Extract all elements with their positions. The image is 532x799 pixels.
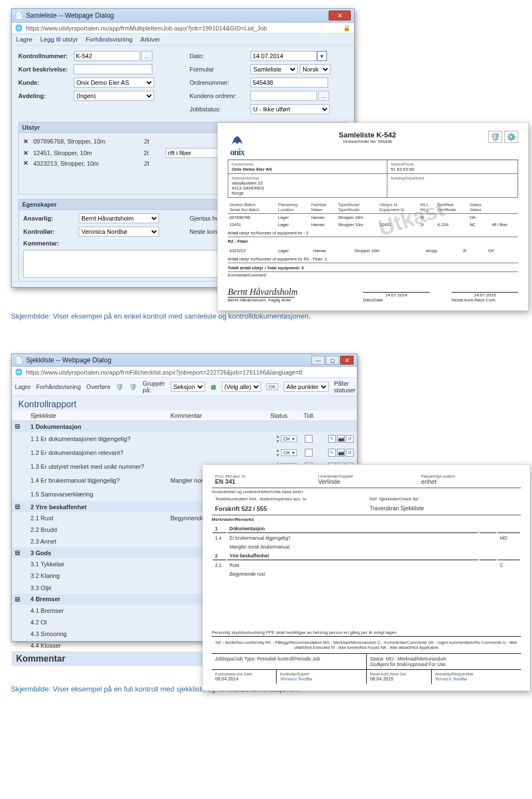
toolbar-legg-til[interactable]: Legg til utstyr: [40, 36, 78, 43]
toolbar-lagre[interactable]: Lagre: [15, 383, 30, 390]
undo-icon[interactable]: ↺: [346, 449, 354, 457]
report-subtotal-1: Antall utstyr for/Number of equipment fo…: [228, 229, 518, 237]
report-group: R2 - Fiber: [228, 239, 518, 244]
onix-logo-footer: onix: [17, 793, 41, 799]
grupper-label: Gruppér på:: [142, 380, 165, 393]
r2-supplier: Verlinde: [318, 478, 340, 485]
r2-checklist-ref: Traverskran Sjekkliste: [366, 504, 521, 513]
ok-pill[interactable]: OK: [267, 383, 278, 390]
r2-location: enhet: [421, 478, 437, 485]
report-table: Serienr./Batch Serial No/ Batch Plasseri…: [228, 201, 518, 228]
ansvarlig-select[interactable]: Bernt Håvardsholm: [79, 213, 159, 223]
formular-select[interactable]: Samleliste: [250, 64, 298, 74]
dato-picker[interactable]: ▾: [317, 51, 327, 61]
shield-icon-green[interactable]: 🛡️: [116, 383, 124, 391]
kortbeskr-input[interactable]: [74, 64, 152, 74]
report-sub: Ordrenr/Order No: 545438: [257, 139, 478, 144]
app-icon: 📄: [15, 356, 23, 364]
dialog-toolbar: Lagre Legg til utstyr Forhåndsvisning Ar…: [12, 34, 354, 45]
edit-icon[interactable]: ✎: [328, 435, 336, 443]
report-phone: 51 63 93 60: [391, 167, 414, 172]
r2-jobtype: Periodisk kontroll/Periodic Job: [257, 656, 320, 662]
kundeordre-lookup[interactable]: …: [318, 91, 329, 101]
ordrenum-input[interactable]: [250, 78, 328, 88]
r2-line1: Hovedenhet og underenheter/Units have be…: [212, 488, 521, 495]
kunde-label: Kunde:: [18, 79, 74, 86]
ordrenum-label: Ordrenummer:: [190, 79, 250, 86]
report-owner: Onix Demo Eier AS: [232, 167, 272, 172]
minimize-button[interactable]: —: [311, 356, 325, 365]
edit-icon[interactable]: ✎: [328, 449, 336, 457]
report-next-date: 14.07.2015: [452, 292, 518, 298]
ansvarlig-label: Ansvarlig:: [23, 215, 79, 222]
formular-lang-select[interactable]: Norsk: [300, 64, 330, 74]
shield-icon-red[interactable]: 🛡️: [129, 383, 137, 391]
r2-legend: NC - Avvik/Non-conformity RC - Pålegg/Re…: [212, 637, 521, 653]
gruppér-select[interactable]: Seksjon: [171, 382, 205, 392]
r2-prod: EN 341: [215, 478, 236, 485]
kunde-select[interactable]: Onix Demo Eier AS: [74, 78, 154, 88]
r2-forskrift: Forskrift 522 / 555: [212, 504, 366, 513]
samleliste-report: Utkast onix Samleliste K-542 Ordrenr/Ord…: [217, 122, 529, 311]
report-subtotal-2: Antall utstyr for/Number of equipment fo…: [228, 255, 518, 263]
r2-next-date: 08.04.2015: [370, 676, 394, 682]
kortbeskr-label: Kort beskrivelse:: [18, 66, 74, 73]
delete-icon[interactable]: ✕: [23, 138, 30, 145]
dialog-title: Sjekkliste -- Webpage Dialog: [26, 356, 311, 364]
camera-icon[interactable]: 📷: [337, 449, 345, 457]
kontrollor-label: Kontrollør:: [23, 228, 79, 235]
delete-icon[interactable]: ✕: [23, 150, 30, 157]
toolbar-forhands[interactable]: Forhåndsvisning: [36, 383, 81, 390]
dato-label: Dato:: [190, 53, 250, 59]
kundeordre-label: Kundens ordrenr:: [190, 93, 250, 99]
undo-icon[interactable]: ↺: [346, 435, 354, 443]
toolbar-lagre[interactable]: Lagre: [16, 36, 32, 43]
tidl-checkbox[interactable]: [305, 435, 313, 443]
url-text: https://www.utstyrsportalen.no/app/frmFi…: [26, 369, 354, 376]
r2-status: MO - Merknad/Memorandum: [386, 656, 446, 662]
dato-input[interactable]: [250, 51, 317, 61]
velg-select[interactable]: (Velg alle): [222, 382, 261, 392]
maximize-button[interactable]: ◻: [326, 356, 339, 365]
checklist-toolbar: Lagre Forhåndsvisning Overføre 🛡️ 🛡️ Gru…: [12, 378, 357, 396]
page-footer: onix Onix AS, Hillevågsveien 43, 4016 St…: [0, 793, 532, 799]
caption-1: Skjermbilde: Viser eksempel på en enkel …: [11, 312, 521, 320]
camera-icon[interactable]: 📷: [337, 435, 345, 443]
close-button[interactable]: ✕: [340, 356, 354, 365]
section-row[interactable]: ⊟1 Dokumentasjon: [12, 421, 357, 432]
report-title: Samleliste K-542: [257, 131, 478, 139]
kommentar-label: Kommentar:: [23, 240, 79, 247]
r2-remarks-table: 1Dokumentasjon 1.4Er brukermanual tilgje…: [212, 524, 521, 579]
tidl-checkbox[interactable]: [305, 449, 313, 457]
kontrollnummer-label: Kontrollnummer:: [18, 53, 74, 59]
toolbar-arkiver[interactable]: Arkiver: [140, 36, 160, 43]
alle-select[interactable]: Alle punkter: [284, 382, 329, 392]
dialog-title: Samleliste -- Webpage Dialog: [26, 12, 329, 19]
cert-logos: 🛡️ ⚙️: [488, 131, 518, 143]
checklist-report: Prod. ihht./acc. toEN 341 Leverandør/Sup…: [202, 464, 530, 691]
dialog-titlebar: 📄 Samleliste -- Webpage Dialog ✕: [12, 9, 354, 23]
toolbar-overfore[interactable]: Overføre: [86, 383, 110, 390]
avdeling-select[interactable]: (Ingen): [74, 91, 154, 101]
kontrollnummer-input[interactable]: [74, 51, 140, 61]
globe-icon: 🌐: [15, 24, 23, 32]
close-button[interactable]: ✕: [329, 11, 351, 21]
r2-ppe-note: Personlig skyddsutrustning PPE skall bes…: [212, 629, 521, 637]
toolbar-pafor[interactable]: Påfør statuser: [334, 380, 356, 393]
jobbstatus-label: Jobbstatus:: [190, 106, 250, 112]
signer-name: Bernt Håvardsholm, Faglig leder: [228, 297, 294, 303]
report-total: Totalt antall utstyr / Total equipment: …: [228, 264, 518, 272]
delete-icon[interactable]: ✕: [23, 160, 30, 167]
report-date: 14.07.2014: [363, 292, 429, 298]
checklist-row[interactable]: 1.1 Er dokumentasjonen tilgjengelig?▲▼OK…: [12, 432, 357, 446]
lock-icon: 🔒: [343, 24, 351, 32]
checklist-row[interactable]: 1.2 Er dokumentasjonen relevant?▲▼OK ▾✎📷…: [12, 446, 357, 460]
r2-expert-sig: Veronica Nordbø: [280, 676, 312, 682]
toolbar-forhands[interactable]: Forhåndsvisning: [86, 36, 132, 43]
kundeordre-input[interactable]: [250, 91, 317, 101]
jobbstatus-select[interactable]: U - Ikke utført: [250, 104, 330, 114]
kontrollnummer-lookup[interactable]: …: [141, 51, 152, 61]
onix-logo: onix: [228, 131, 247, 157]
excel-icon[interactable]: ▦: [211, 383, 216, 391]
kontrollor-select[interactable]: Veronica Nordbø: [79, 227, 159, 237]
